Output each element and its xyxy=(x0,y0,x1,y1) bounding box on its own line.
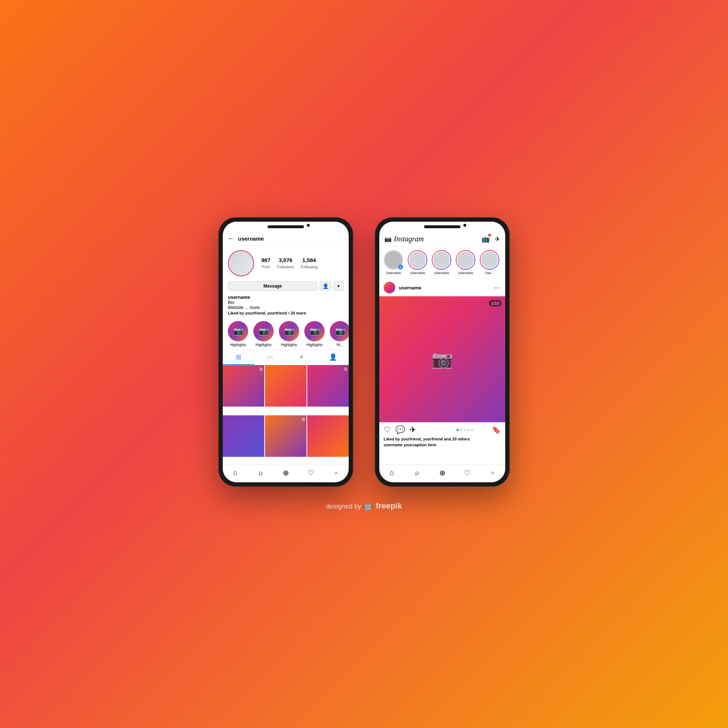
grid-cell-4[interactable] xyxy=(223,415,264,457)
camera-icon-5: 📷 xyxy=(335,327,345,336)
dropdown-button[interactable]: ▾ xyxy=(333,281,344,291)
reel-icon[interactable]: 📺 xyxy=(482,235,489,243)
inner-avatar-4 xyxy=(456,251,475,269)
dot-3 xyxy=(464,429,466,431)
send-icon[interactable]: ✈ xyxy=(495,235,500,243)
camera-icon-1: 📷 xyxy=(233,327,243,336)
highlight-circle-3: 📷 xyxy=(279,321,299,341)
comment-icon[interactable]: 💬 xyxy=(395,425,405,434)
multi-icon-1: ⧉ xyxy=(260,367,263,372)
story-name-1: Username xyxy=(386,271,401,275)
inner-avatar-3 xyxy=(433,251,451,269)
phones-container: ← username 987 Post 3,076 Followers 1 xyxy=(219,217,509,487)
grid-cell-2[interactable] xyxy=(265,365,306,407)
bio-text: Bio xyxy=(228,300,344,305)
highlight-circle-1: 📷 xyxy=(228,321,248,341)
highlight-1[interactable]: 📷 Highlights xyxy=(228,321,248,347)
story-item-5[interactable]: Use... xyxy=(480,250,499,275)
grid-cell-3[interactable]: ⧉ xyxy=(307,365,349,407)
phone-notch-right xyxy=(424,225,460,228)
left-phone: ← username 987 Post 3,076 Followers 1 xyxy=(219,217,353,487)
feed-header-actions: 📺 ✈ xyxy=(482,235,500,243)
post-more-icon[interactable]: ⋯ xyxy=(494,284,501,292)
multi-icon-5: ⧉ xyxy=(302,417,305,422)
notif-badge xyxy=(488,234,491,237)
likes-prefix: Liked by xyxy=(384,437,401,441)
add-story-badge: + xyxy=(398,264,403,270)
highlight-4[interactable]: 📷 Highlights xyxy=(304,321,325,347)
multi-icon-3: ⧉ xyxy=(344,367,347,372)
grid-cell-5[interactable]: ⧉ xyxy=(265,415,306,457)
highlight-label-2: Highlights xyxy=(255,343,272,347)
nav-search-left[interactable]: ⌕ xyxy=(248,468,273,477)
right-phone: 📷 Instagram 📺 ✈ + xyxy=(375,217,509,487)
tab-grid[interactable]: ⊞ xyxy=(223,350,254,365)
story-item-2[interactable]: Username xyxy=(408,250,427,275)
post-image: 📷 1/10 xyxy=(379,296,505,422)
camera-icon-4: 📷 xyxy=(310,327,320,336)
right-phone-screen: 📷 Instagram 📺 ✈ + xyxy=(379,222,505,482)
action-icons: ♡ 💬 ✈ xyxy=(384,425,438,434)
story-item-3[interactable]: Username xyxy=(432,250,451,275)
likes-friends: yourfriend, yourfriend xyxy=(401,437,443,441)
dot-2 xyxy=(460,429,462,431)
nav-home-right[interactable]: ⌂ xyxy=(379,468,404,477)
nav-heart-right[interactable]: ♡ xyxy=(455,468,480,477)
message-button[interactable]: Message xyxy=(228,281,317,291)
stat-posts: 987 Post xyxy=(262,257,271,270)
share-icon[interactable]: ✈ xyxy=(410,425,416,434)
highlight-label-5: Hi... xyxy=(337,343,343,347)
nav-add-right[interactable]: ⊕ xyxy=(430,468,455,477)
left-bottom-nav: ⌂ ⌕ ⊕ ♡ ● xyxy=(223,465,349,482)
content-tabs: ⊞ ▭ ✦ 👤 xyxy=(223,350,349,365)
story-name-3: Username xyxy=(434,271,449,275)
followers-label: Followers xyxy=(277,265,294,269)
story-avatar-3 xyxy=(432,250,451,270)
story-item-1[interactable]: + Username xyxy=(384,250,403,275)
nav-heart-left[interactable]: ♡ xyxy=(298,468,324,477)
post-avatar[interactable] xyxy=(384,282,395,294)
nav-home-left[interactable]: ⌂ xyxy=(223,468,248,477)
post-camera-icon: 📷 xyxy=(431,349,453,369)
liked-by-more: • 20 more xyxy=(287,311,306,315)
freepik-icon: 🤖 xyxy=(363,501,373,511)
tab-tagged[interactable]: ✦ xyxy=(286,350,317,365)
tab-reels[interactable]: ▭ xyxy=(254,350,286,365)
highlight-5[interactable]: 📷 Hi... xyxy=(330,321,349,347)
nav-profile-right[interactable]: ● xyxy=(480,468,505,477)
story-item-4[interactable]: Username xyxy=(456,250,476,275)
dot-4 xyxy=(467,429,470,431)
story-avatar-1: + xyxy=(384,250,403,270)
grid-cell-1[interactable]: ⧉ xyxy=(223,365,264,407)
highlight-label-4: Highlights xyxy=(306,343,323,347)
followers-count: 3,076 xyxy=(277,257,294,263)
back-arrow-icon[interactable]: ← xyxy=(228,235,234,242)
profile-buttons: Message 👤 ▾ xyxy=(223,279,349,294)
like-icon[interactable]: ♡ xyxy=(384,425,391,434)
caption-text: yourcaption here xyxy=(402,443,436,447)
dots-indicator xyxy=(438,429,492,431)
freepik-logo: 🤖 freepik xyxy=(363,501,402,511)
highlight-3[interactable]: 📷 Highlights xyxy=(279,321,299,347)
phone-notch-left xyxy=(268,225,304,228)
bio-website[interactable]: Website ... more xyxy=(228,305,344,310)
post-header: username ⋯ xyxy=(379,279,505,296)
highlights-row: 📷 Highlights 📷 Highlights 📷 Highlights xyxy=(223,318,349,350)
highlight-2[interactable]: 📷 Highlights xyxy=(253,321,274,347)
bookmark-icon[interactable]: 🔖 xyxy=(492,425,501,434)
profile-stats-section: 987 Post 3,076 Followers 1,584 Following xyxy=(223,246,349,279)
grid-cell-6[interactable] xyxy=(307,415,349,457)
nav-add-left[interactable]: ⊕ xyxy=(273,468,298,477)
follow-button[interactable]: 👤 xyxy=(320,281,331,291)
tab-people[interactable]: 👤 xyxy=(317,350,349,365)
story-avatar-5 xyxy=(480,250,499,270)
post-username[interactable]: username xyxy=(399,285,494,291)
nav-profile-left[interactable]: ● xyxy=(324,468,349,477)
bio-username: username xyxy=(228,294,344,300)
stats-grid: 987 Post 3,076 Followers 1,584 Following xyxy=(262,257,318,270)
camera-dot-right xyxy=(463,224,466,227)
feed-logo: 📷 Instagram xyxy=(384,235,482,243)
story-name-4: Username xyxy=(458,271,473,275)
nav-search-right[interactable]: ⌕ xyxy=(404,468,430,477)
stat-followers: 3,076 Followers xyxy=(277,257,294,270)
